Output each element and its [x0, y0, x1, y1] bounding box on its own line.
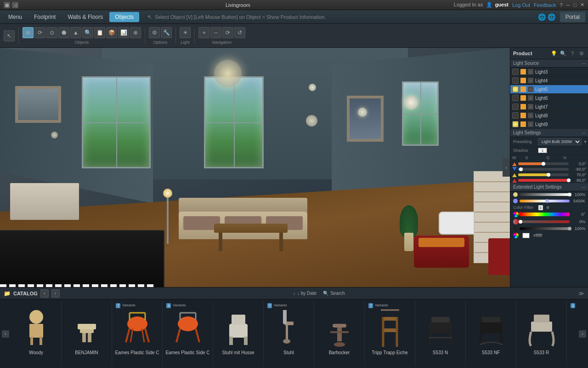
panel-collapse-arrow[interactable]: ›: [503, 158, 510, 177]
copy-btn[interactable]: ▲: [70, 27, 81, 38]
move-btn[interactable]: ⊕: [23, 27, 34, 38]
objects-btn[interactable]: Objects: [109, 12, 139, 22]
3d-viewport[interactable]: ›: [0, 48, 510, 287]
align-btn[interactable]: 📊: [118, 27, 129, 38]
catalog-item-eames-2[interactable]: 4 Variants Eames Plastic Side C: [163, 301, 213, 366]
catalog-item-benjamin[interactable]: BENJAMIN: [62, 301, 112, 366]
catalog-scroll-right-btn[interactable]: ›: [579, 330, 586, 338]
catalog-item-woody[interactable]: Woody: [11, 301, 62, 366]
catalog-nav-next[interactable]: ›: [51, 289, 60, 298]
light8-toggle2[interactable]: ○: [528, 113, 533, 118]
light-settings-collapse[interactable]: ─: [582, 131, 585, 135]
snap-btn[interactable]: 📦: [106, 27, 117, 38]
menu-btn[interactable]: Menu: [3, 12, 28, 22]
nav-btn-3[interactable]: ⟳: [222, 27, 233, 38]
options-btn-2[interactable]: 🔧: [161, 27, 172, 38]
light4-toggle[interactable]: |: [520, 78, 526, 83]
feedback-btn[interactable]: Feedback: [534, 2, 556, 8]
light7-toggle2[interactable]: ○: [528, 104, 533, 109]
rotate-btn[interactable]: ⟳: [34, 27, 45, 38]
options-btn-1[interactable]: ⚙: [149, 27, 160, 38]
win-max[interactable]: □: [573, 2, 577, 8]
light-item-light8[interactable]: | ○ Light8: [510, 111, 588, 120]
light-item-light3[interactable]: | ○ Light3: [510, 68, 588, 76]
help-btn[interactable]: ?: [560, 2, 562, 8]
light-item-light9[interactable]: | ○ Light9: [510, 120, 588, 129]
woody-name: Woody: [29, 350, 43, 355]
nav-btn-1[interactable]: ⌖: [198, 27, 209, 38]
catalog-item-panton[interactable]: 3 Variants Panton Chair: [567, 301, 577, 366]
angle-slider-4[interactable]: [518, 179, 569, 182]
light-btn[interactable]: ☀: [180, 27, 191, 38]
right-panel: Product 💡 🔍 ? ⚙ Light Source ─ | ○ Light…: [510, 48, 588, 287]
footprint-btn[interactable]: Footprint: [28, 12, 61, 22]
nav-btn-2[interactable]: ↔: [210, 27, 221, 38]
light5-toggle2[interactable]: ○: [528, 86, 533, 92]
scale-btn[interactable]: ⊙: [46, 27, 57, 38]
catalog-item-s533r[interactable]: S533 R: [516, 301, 567, 366]
sphere-light-5: [51, 132, 58, 138]
portal-btn[interactable]: Portal: [560, 12, 585, 22]
catalog-search-btn[interactable]: 🔍 Search: [323, 291, 345, 296]
light-item-light4[interactable]: | ○ Light4: [510, 76, 588, 85]
stuhl-variant-label: Variants: [274, 303, 287, 307]
light-item-light7[interactable]: | ○ Light7: [510, 103, 588, 111]
temperature-slider[interactable]: [520, 200, 570, 202]
light9-toggle[interactable]: |: [520, 121, 526, 127]
catalog-item-tripp-trapp[interactable]: 7 Variants Tripp Trapp Eiche: [365, 301, 415, 366]
mirror-btn[interactable]: ⬟: [58, 27, 69, 38]
panel-icon-light[interactable]: 💡: [550, 50, 558, 57]
nav-btn-4[interactable]: ↺: [234, 27, 245, 38]
brightness-slider[interactable]: [520, 193, 570, 196]
product-tab[interactable]: Product: [513, 51, 548, 56]
catalog-item-eames-1[interactable]: 7 Variants E: [112, 301, 163, 366]
angle-slider-1[interactable]: [518, 162, 569, 165]
grid-btn[interactable]: 📋: [94, 27, 105, 38]
catalog-nav-prev[interactable]: ‹: [40, 289, 49, 298]
catalog-item-s533n[interactable]: S533 N: [415, 301, 466, 366]
globe-icon-1[interactable]: 🌐: [538, 13, 546, 21]
catalog-item-barhocker[interactable]: Barhocker: [314, 301, 365, 366]
win-min[interactable]: ─: [566, 2, 570, 8]
light7-toggle[interactable]: |: [520, 104, 526, 109]
ext-light-collapse[interactable]: ─: [582, 185, 585, 190]
catalog-item-stuhl-husse[interactable]: Stuhl mit Husse: [213, 301, 264, 366]
light3-toggle2[interactable]: ○: [528, 69, 533, 75]
delete-btn[interactable]: ⊗: [130, 27, 141, 38]
presetting-select[interactable]: Light Bulb 200W: [538, 138, 582, 145]
win-close[interactable]: ✕: [580, 2, 584, 8]
light9-thumb: [512, 121, 519, 127]
s533r-name: S533 R: [534, 350, 549, 355]
globe-icon-2[interactable]: 🌐: [548, 13, 555, 21]
light-source-collapse[interactable]: ─: [582, 61, 585, 66]
sort-by-date-btn[interactable]: ↓ ↓ by Date: [293, 291, 317, 296]
light9-toggle2[interactable]: ○: [528, 121, 533, 127]
catalog-item-s533nf[interactable]: S533 NF: [466, 301, 516, 366]
light6-toggle2[interactable]: ○: [528, 95, 533, 101]
panel-icon-search[interactable]: 🔍: [560, 50, 567, 57]
svg-line-9: [126, 328, 130, 342]
cursor-tool-btn[interactable]: ↖: [4, 30, 15, 41]
catalog-item-stuhl[interactable]: 7 Variants Stuhl: [264, 301, 314, 366]
saturation-slider[interactable]: [520, 220, 570, 223]
black-slider[interactable]: [520, 227, 570, 230]
add-btn[interactable]: 🔍: [82, 27, 93, 38]
eames2-variant-label: Variants: [173, 303, 186, 307]
shadow-value[interactable]: 1: [538, 148, 547, 153]
panel-icon-help[interactable]: ?: [569, 50, 576, 57]
angle-slider-3[interactable]: [518, 173, 569, 176]
catalog-expand-btn[interactable]: ≫: [578, 290, 584, 297]
walls-floors-btn[interactable]: Walls & Floors: [62, 12, 108, 22]
light-item-light6[interactable]: | ○ Light6: [510, 94, 588, 103]
svg-rect-27: [286, 325, 288, 341]
light3-toggle[interactable]: |: [520, 69, 526, 75]
light-item-light5[interactable]: | ○ Light5: [510, 85, 588, 94]
panel-icon-settings[interactable]: ⚙: [578, 50, 585, 57]
angle-slider-2[interactable]: [518, 168, 569, 171]
light5-toggle[interactable]: |: [520, 86, 526, 92]
light4-toggle2[interactable]: ○: [528, 78, 533, 83]
light6-toggle[interactable]: |: [520, 95, 526, 101]
logout-btn[interactable]: Log Out: [512, 2, 530, 8]
catalog-scroll-left-btn[interactable]: ‹: [2, 330, 9, 338]
light8-toggle[interactable]: |: [520, 113, 526, 118]
